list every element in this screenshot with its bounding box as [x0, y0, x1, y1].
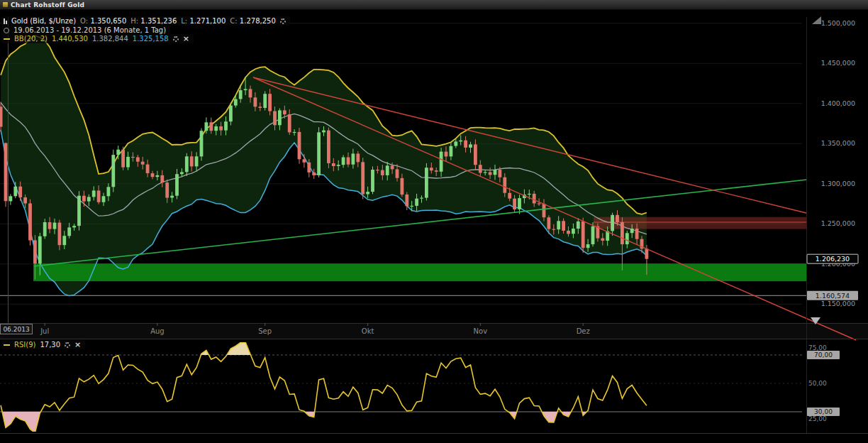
price-tick-label: 1.300,000 — [821, 180, 855, 187]
window-title: Chart Rohstoff Gold — [11, 1, 84, 9]
bb-upper-value: 1.440,530 — [52, 35, 88, 43]
open-value: 1.350,650 — [90, 17, 126, 25]
instrument-legend: Gold (Bid, $/Unze) O: 1.350,650 H: 1.351… — [1, 16, 290, 26]
close-value: 1.278,250 — [240, 17, 276, 25]
month-label: Dez — [577, 327, 590, 335]
month-label: Aug — [150, 327, 165, 335]
rsi-axis: 75,0070,0050,0030,0025,00 — [807, 344, 840, 422]
date-range-label: 19.06.2013 - 19.12.2013 (6 Monate, 1 Tag… — [13, 26, 166, 34]
close-label: C: — [230, 17, 237, 25]
crosshair-date-box: 06.2013 — [1, 324, 33, 334]
price-tick-label: 1.500,000 — [821, 19, 855, 27]
rsi-settings-gear-icon[interactable] — [65, 342, 70, 348]
open-label: O: — [80, 17, 88, 25]
rsi-tick-label: 75,00 — [808, 344, 827, 351]
price-axis: 1.500,0001.450,0001.400,0001.350,0001.30… — [821, 19, 855, 308]
rsi-tick-label: 50,00 — [808, 380, 827, 387]
rsi-legend: RSI(9) 17,30 × — [1, 340, 85, 349]
rsi-oversold-fill — [1, 342, 647, 433]
rsi-close-icon[interactable]: × — [74, 342, 81, 348]
panel-collapse-icon[interactable] — [812, 16, 821, 24]
x-axis: JulAugSepOktNovDez06.2013 — [0, 323, 868, 339]
price-tick-label: 1.400,000 — [821, 99, 855, 107]
chart-window: Chart Rohstoff Gold JulAugSepOktNovDez06… — [0, 0, 868, 443]
price-tick-label: 1.250,000 — [821, 219, 855, 227]
low-label: L: — [181, 17, 187, 25]
month-label: Sep — [258, 327, 272, 335]
month-label: Jul — [40, 327, 49, 335]
price-tick-label: 1.150,000 — [821, 300, 855, 307]
bb-lower-value: 1.325,158 — [133, 35, 169, 43]
downtrend-line-2[interactable] — [253, 77, 856, 340]
instrument-name: Gold (Bid, $/Unze) — [11, 17, 76, 25]
price-tick-label: 1.350,000 — [821, 139, 855, 147]
rsi-swatch-icon — [4, 344, 10, 346]
price-tick-label: 1.450,000 — [821, 59, 855, 67]
bb-legend: BB(20, 2) 1.440,530 1.382,844 1.325,158 … — [1, 34, 194, 43]
low-value: 1.271,100 — [189, 17, 226, 25]
bb-close-icon[interactable]: × — [183, 36, 189, 42]
candlestick-icon — [4, 18, 7, 24]
clock-icon — [4, 28, 9, 33]
svg-text:1.160,574: 1.160,574 — [816, 292, 850, 300]
bb-swatch-icon — [4, 38, 10, 40]
chart-canvas[interactable]: JulAugSepOktNovDez06.20131.500,0001.450,… — [0, 0, 868, 443]
month-label: Okt — [362, 327, 374, 335]
settings-gear-icon[interactable] — [280, 18, 286, 24]
rsi-value: 17,30 — [40, 341, 60, 349]
rsi-tick-badge: 70,00 — [814, 351, 833, 359]
bollinger-fill — [1, 35, 647, 295]
price-badge-gray: 1.160,574 — [807, 291, 858, 300]
month-label: Nov — [474, 327, 488, 335]
bb-settings-gear-icon[interactable] — [173, 36, 179, 42]
high-value: 1.351,236 — [140, 17, 177, 25]
window-icon — [3, 2, 8, 7]
high-label: H: — [130, 17, 138, 25]
rsi-indicator-name: RSI(9) — [14, 341, 35, 349]
support-zone[interactable] — [33, 263, 806, 281]
price-badge-dark: 1.206,230 — [807, 254, 858, 263]
bb-indicator-name: BB(20, 2) — [14, 35, 48, 43]
rsi-tick-label: 25,00 — [808, 415, 827, 422]
svg-text:06.2013: 06.2013 — [3, 326, 29, 333]
rsi-tick-badge: 30,00 — [814, 408, 833, 415]
svg-text:1.206,230: 1.206,230 — [816, 255, 850, 263]
titlebar[interactable]: Chart Rohstoff Gold — [0, 0, 868, 10]
bb-middle-value: 1.382,844 — [92, 35, 128, 43]
